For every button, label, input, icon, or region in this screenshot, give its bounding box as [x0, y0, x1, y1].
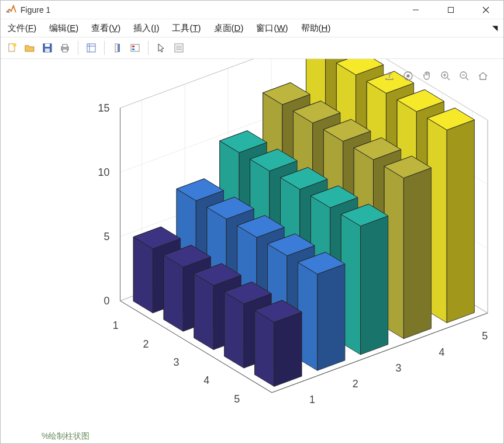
svg-marker-166: [133, 237, 153, 313]
svg-rect-10: [63, 44, 67, 47]
svg-text:5: 5: [482, 329, 488, 342]
close-button[interactable]: [468, 1, 503, 19]
home-icon[interactable]: [475, 68, 491, 84]
menu-insert[interactable]: 插入(I): [131, 22, 161, 35]
svg-marker-137: [361, 216, 388, 355]
svg-text:5: 5: [104, 230, 110, 243]
open-button[interactable]: [22, 40, 38, 56]
svg-rect-1: [448, 7, 454, 12]
svg-text:4: 4: [439, 345, 444, 358]
colorbar-button[interactable]: [109, 40, 126, 56]
menu-file[interactable]: 文件(F): [5, 22, 39, 35]
menubar: 文件(F) 编辑(E) 查看(V) 插入(I) 工具(T) 桌面(D) 窗口(W…: [1, 19, 503, 37]
bar3-plot[interactable]: 0510151234512345: [1, 59, 503, 443]
svg-text:3: 3: [173, 356, 179, 369]
toolbar-separator: [78, 41, 78, 55]
svg-rect-7: [45, 44, 50, 47]
axes-area: 0510151234512345 %绘制柱状图: [1, 59, 503, 443]
menu-help[interactable]: 帮助(H): [299, 22, 333, 35]
svg-marker-186: [255, 310, 274, 386]
export-icon[interactable]: [382, 68, 397, 84]
zoom-in-icon[interactable]: [438, 68, 453, 84]
svg-marker-187: [274, 312, 302, 386]
pan-icon[interactable]: [419, 68, 434, 84]
save-button[interactable]: [39, 40, 56, 56]
axes-toolbar: [382, 68, 491, 84]
svg-rect-13: [115, 44, 118, 52]
toolbar-separator: [104, 41, 105, 55]
partial-text: %绘制柱状图: [42, 431, 89, 442]
svg-marker-176: [194, 273, 213, 349]
menu-view[interactable]: 查看(V): [89, 22, 123, 35]
menu-window[interactable]: 窗口(W): [254, 22, 290, 35]
svg-line-25: [447, 78, 450, 80]
svg-rect-12: [87, 44, 95, 52]
svg-marker-112: [403, 168, 431, 338]
svg-text:1: 1: [309, 393, 315, 406]
matlab-icon: [5, 4, 17, 16]
svg-text:4: 4: [203, 374, 209, 387]
zoom-out-icon[interactable]: [457, 68, 472, 84]
new-button[interactable]: [4, 40, 20, 56]
svg-marker-162: [317, 264, 345, 370]
svg-text:2: 2: [143, 337, 149, 350]
menu-overflow-icon[interactable]: ◥: [492, 24, 498, 32]
svg-text:1: 1: [113, 319, 119, 332]
pointer-button[interactable]: [153, 40, 170, 56]
print-button[interactable]: [57, 40, 73, 56]
svg-text:15: 15: [98, 102, 110, 115]
svg-text:3: 3: [396, 361, 402, 374]
link-button[interactable]: [83, 40, 99, 56]
menu-edit[interactable]: 编辑(E): [47, 22, 81, 35]
svg-line-29: [466, 78, 468, 80]
toolbar: [1, 37, 503, 59]
toolbar-separator: [148, 41, 149, 55]
svg-point-5: [13, 43, 16, 47]
svg-rect-17: [132, 48, 134, 50]
legend-button[interactable]: [127, 40, 143, 56]
svg-marker-171: [164, 255, 183, 331]
menu-desktop[interactable]: 桌面(D): [212, 22, 246, 35]
titlebar: Figure 1: [1, 1, 503, 19]
svg-text:2: 2: [353, 377, 358, 390]
rotate-icon[interactable]: [401, 68, 416, 84]
svg-rect-15: [131, 44, 139, 51]
minimize-button[interactable]: [398, 1, 433, 19]
svg-rect-14: [118, 44, 120, 52]
svg-text:0: 0: [104, 294, 110, 307]
svg-rect-8: [45, 48, 50, 52]
window-title: Figure 1: [20, 5, 50, 15]
svg-marker-87: [447, 120, 474, 322]
figure-window: Figure 1 文件(F) 编辑(E) 查看(V) 插入(I) 工具(T) 桌…: [0, 0, 504, 444]
svg-rect-11: [63, 49, 67, 52]
svg-text:10: 10: [98, 166, 110, 179]
svg-rect-16: [132, 46, 134, 47]
menu-tools[interactable]: 工具(T): [170, 22, 203, 35]
properties-button[interactable]: [171, 40, 187, 56]
svg-point-23: [407, 75, 409, 77]
svg-text:5: 5: [234, 392, 240, 405]
svg-marker-181: [225, 292, 244, 368]
maximize-button[interactable]: [433, 1, 468, 19]
